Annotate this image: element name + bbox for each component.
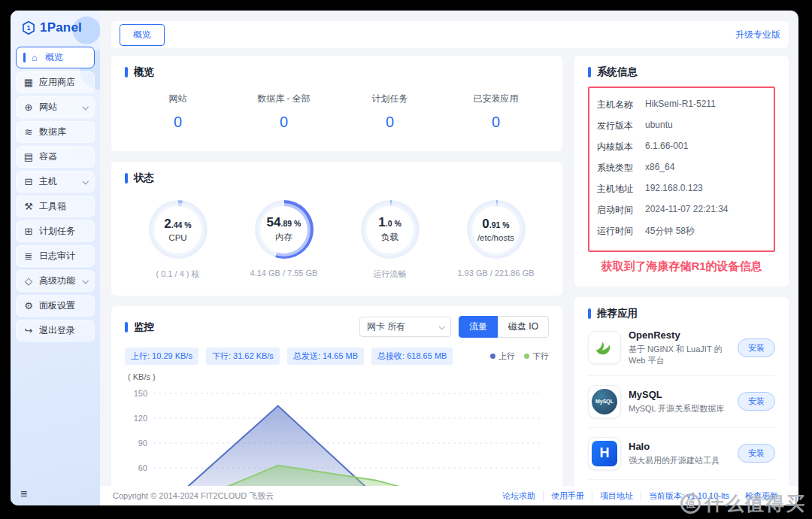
memory-gauge: 54.89 % 内存 4.14 GB / 7.55 GB [232, 200, 337, 280]
sidebar-item-host[interactable]: ⊟ 主机 [16, 171, 95, 193]
sidebar: 1 1Panel ⌂ 概览 ▦ 应用商店 ⊕ 网站 ≋ 数据库 [11, 11, 100, 505]
down-rate-tag: 下行: 31.62 KB/s [206, 348, 280, 365]
memory-sub: 4.14 GB / 7.55 GB [232, 269, 337, 278]
stat-cronjobs: 计划任务 0 [337, 93, 443, 131]
sidebar-item-label: 日志审计 [39, 250, 75, 263]
sidebar-item-website[interactable]: ⊕ 网站 [16, 96, 95, 118]
sidebar-item-app-store[interactable]: ▦ 应用商店 [16, 71, 95, 93]
diamond-icon: ◇ [23, 275, 34, 287]
sidebar-item-label: 概览 [45, 51, 63, 64]
log-list-icon: ≣ [23, 250, 34, 262]
cpu-sub: ( 0.1 / 4 ) 核 [126, 269, 231, 280]
uptime-value: 45分钟 58秒 [645, 225, 695, 238]
svg-text:90: 90 [138, 439, 147, 448]
sidebar-item-label: 主机 [39, 175, 57, 188]
sidebar-item-logout[interactable]: ↪ 退出登录 [16, 320, 95, 341]
topbar: 概览 升级专业版 [111, 21, 789, 48]
sidebar-item-logs[interactable]: ≣ 日志审计 [16, 245, 95, 267]
stat-value[interactable]: 0 [443, 114, 549, 131]
panel-window: 1 1Panel ⌂ 概览 ▦ 应用商店 ⊕ 网站 ≋ 数据库 [11, 11, 798, 505]
stat-label: 已安装应用 [443, 93, 549, 105]
copyright-text: Copyright © 2014-2024 FIT2CLOUD 飞致云 [113, 490, 274, 502]
stat-installed-apps: 已安装应用 0 [443, 93, 549, 131]
check-update-link[interactable]: 检查更新 [737, 490, 786, 502]
overview-card: 概览 网站 0 数据库 - 全部 0 计划任务 0 [111, 56, 562, 151]
sidebar-item-label: 工具箱 [39, 200, 66, 213]
recommended-apps-title: 推荐应用 [588, 307, 775, 320]
tab-overview[interactable]: 概览 [120, 24, 165, 46]
disk-sub: 1.93 GB / 221.86 GB [444, 269, 549, 278]
svg-text:60: 60 [138, 463, 147, 472]
database-icon: ≋ [23, 126, 34, 138]
app-item-halo: H Halo 强大易用的开源建站工具 安装 [588, 428, 775, 480]
sidebar-item-overview[interactable]: ⌂ 概览 [16, 47, 95, 68]
sidebar-item-database[interactable]: ≋ 数据库 [16, 121, 95, 143]
project-url-link[interactable]: 项目地址 [592, 490, 641, 502]
brand-logo: 1 1Panel [11, 11, 100, 44]
sidebar-item-toolbox[interactable]: ⚒ 工具箱 [16, 196, 95, 217]
disk-gauge: 0.91 % /etc/hosts 1.93 GB / 221.86 GB [444, 200, 549, 280]
stat-value[interactable]: 0 [231, 114, 337, 131]
logout-icon: ↪ [23, 325, 34, 336]
install-button[interactable]: 安装 [738, 444, 775, 463]
app-item-openresty: OpenResty 基于 NGINX 和 LuaJIT 的 Web 平台 安装 [588, 320, 775, 376]
brand-name: 1Panel [40, 20, 82, 35]
stat-label: 网站 [125, 93, 231, 105]
sidebar-item-label: 应用商店 [39, 76, 75, 89]
gear-icon: ⚙ [23, 300, 34, 311]
up-rate-tag: 上行: 10.29 KB/s [125, 348, 198, 365]
load-gauge: 1.0 % 负载 运行流畅 [338, 200, 443, 280]
version-label: 当前版本: v1.10.10-lts [641, 490, 737, 502]
stat-value[interactable]: 0 [337, 114, 443, 131]
sidebar-item-label: 计划任务 [39, 225, 75, 238]
stat-label: 计划任务 [337, 93, 443, 105]
collapse-sidebar-icon[interactable]: ≡ [20, 488, 27, 500]
kernel-value: 6.1.66-001 [645, 141, 688, 153]
chart-unit-label: ( KB/s ) [128, 372, 549, 381]
status-title: 状态 [125, 171, 549, 185]
total-sent-tag: 总发送: 14.65 MB [287, 348, 364, 365]
footer: Copyright © 2014-2024 FIT2CLOUD 飞致云 论坛求助… [100, 486, 798, 505]
monitor-toggle: 流量 磁盘 IO [459, 316, 549, 338]
app-desc: 基于 NGINX 和 LuaJIT 的 Web 平台 [629, 344, 730, 366]
boot-time-value: 2024-11-07 22:21:34 [645, 204, 729, 217]
overview-stats: 网站 0 数据库 - 全部 0 计划任务 0 已安装应用 [125, 93, 549, 131]
system-info-title: 系统信息 [588, 65, 775, 79]
system-info-card: 系统信息 主机名称HikSemi-R1-5211 发行版本ubuntu 内核版本… [574, 56, 789, 287]
traffic-button[interactable]: 流量 [459, 316, 498, 338]
sidebar-item-label: 容器 [39, 150, 57, 163]
app-name: MySQL [629, 389, 730, 400]
chart-legend: 上行 下行 [490, 351, 549, 362]
install-button[interactable]: 安装 [738, 338, 775, 357]
arch-value: x86_64 [645, 162, 674, 175]
container-icon: ▤ [23, 151, 34, 162]
app-name: OpenResty [629, 329, 730, 341]
main-area: 概览 升级专业版 概览 网站 0 数据库 - 全部 0 [100, 11, 798, 505]
stat-value[interactable]: 0 [125, 114, 231, 131]
sidebar-menu: ⌂ 概览 ▦ 应用商店 ⊕ 网站 ≋ 数据库 ▤ 容器 ⊟ 主机 [11, 47, 100, 341]
hostname-value: HikSemi-R1-5211 [645, 99, 716, 111]
recommended-apps-card: 推荐应用 OpenResty 基于 NGINX 和 LuaJIT 的 Web 平… [574, 297, 789, 505]
svg-text:120: 120 [134, 414, 147, 423]
disk-io-button[interactable]: 磁盘 IO [498, 316, 549, 338]
manual-link[interactable]: 使用手册 [543, 490, 592, 502]
down-legend-dot [524, 354, 529, 359]
server-icon: ⊟ [23, 176, 34, 187]
active-indicator [23, 53, 26, 62]
sidebar-item-settings[interactable]: ⚙ 面板设置 [16, 295, 95, 317]
distro-value: ubuntu [645, 120, 673, 132]
halo-icon: H [588, 437, 621, 470]
forum-help-link[interactable]: 论坛求助 [495, 490, 543, 502]
sidebar-item-advanced[interactable]: ◇ 高级功能 [16, 270, 95, 292]
sidebar-item-cron[interactable]: ⊞ 计划任务 [16, 220, 95, 242]
upgrade-pro-link[interactable]: 升级专业版 [735, 29, 780, 41]
sidebar-item-label: 面板设置 [39, 299, 75, 312]
stat-label: 数据库 - 全部 [231, 93, 337, 105]
sidebar-item-container[interactable]: ▤ 容器 [16, 146, 95, 168]
app-name: Halo [629, 441, 730, 452]
overview-title: 概览 [125, 65, 549, 79]
stat-databases: 数据库 - 全部 0 [231, 93, 337, 131]
mysql-icon: MySQL [588, 385, 621, 418]
install-button[interactable]: 安装 [738, 392, 775, 411]
network-card-select[interactable]: 网卡 所有 [359, 317, 451, 337]
